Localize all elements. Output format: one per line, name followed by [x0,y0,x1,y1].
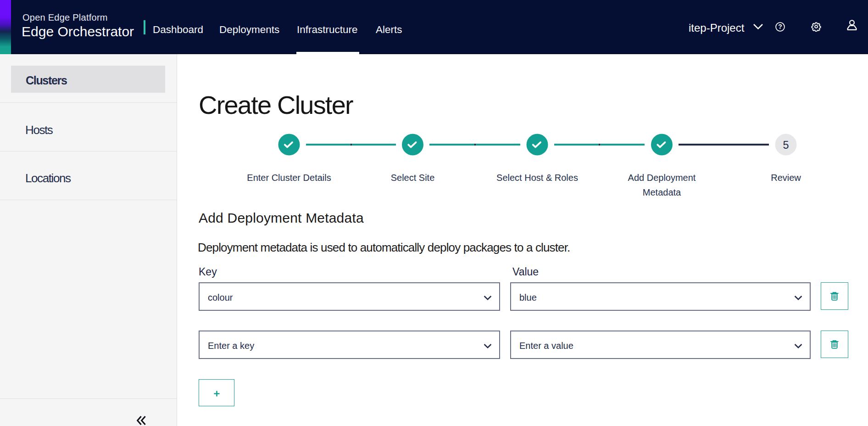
svg-text:5: 5 [783,139,789,151]
svg-text:?: ? [778,23,782,30]
